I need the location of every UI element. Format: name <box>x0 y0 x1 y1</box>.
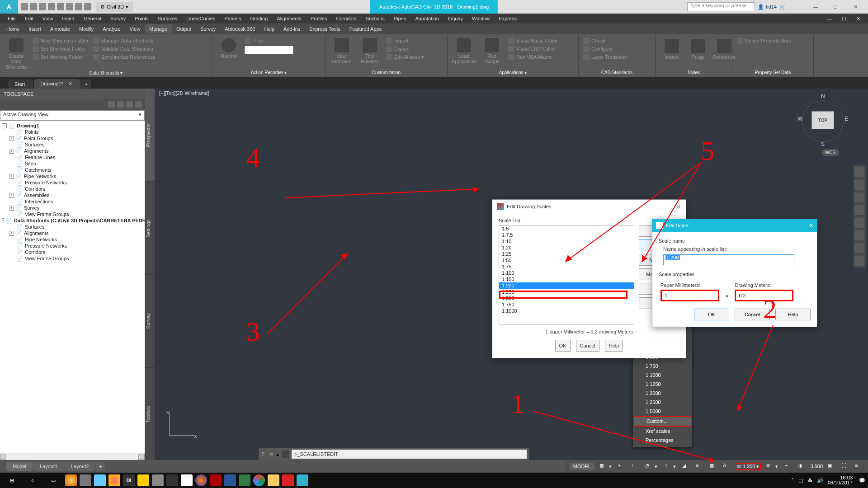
annoscale-icon[interactable]: Å <box>723 463 730 470</box>
ribbon-item[interactable]: Export <box>385 45 425 52</box>
scale-option[interactable]: 1:750 <box>633 361 692 371</box>
app-icon[interactable] <box>94 474 106 486</box>
qat-icon[interactable] <box>39 3 46 10</box>
nav-icon[interactable] <box>854 230 864 240</box>
qat-icon[interactable] <box>48 3 55 10</box>
taskview-button[interactable]: ▭ <box>44 474 62 487</box>
hardware-icon[interactable]: ▣ <box>828 463 835 470</box>
nav-icon[interactable] <box>854 180 864 190</box>
menu-express[interactable]: Express <box>495 15 521 22</box>
ok-button[interactable]: OK <box>694 309 729 320</box>
osnap-icon[interactable]: □ <box>664 463 671 470</box>
layout-tab-layout1[interactable]: Layout1 <box>33 462 64 471</box>
annotation-scale[interactable]: ⚖ 1:200 ▾ <box>735 463 761 470</box>
scale-list-item[interactable]: 1:20 <box>499 244 634 251</box>
toolspace-tab-survey[interactable]: Survey <box>145 274 155 367</box>
paper-units-input[interactable] <box>660 290 719 301</box>
ribbon-tab-view[interactable]: View <box>125 24 145 33</box>
exchange-icon[interactable]: 🛒 <box>779 4 786 10</box>
toolspace-tab-toolbox[interactable]: Toolbox <box>145 367 155 460</box>
ribbon-item[interactable]: Manage Data Shortcuts <box>92 37 156 44</box>
tree-node[interactable]: +📄Pipe Networks <box>1 173 144 179</box>
scale-list-item[interactable]: 1:200 <box>499 282 634 289</box>
close-tab-icon[interactable]: ✕ <box>68 81 72 86</box>
tree-node[interactable]: 📄Sites <box>1 160 144 167</box>
ribbon-tab-modify[interactable]: Modify <box>75 24 98 33</box>
menu-file[interactable]: File <box>4 15 20 22</box>
autocad-icon[interactable] <box>297 474 308 486</box>
ribbon-item[interactable]: Visual LISP Editor <box>507 45 559 52</box>
ribbon-tab-insert[interactable]: Insert <box>24 24 46 33</box>
tree-node[interactable]: 📄Surfaces <box>1 224 144 230</box>
signin-user[interactable]: 👤 fid14 <box>758 4 777 10</box>
scale-list-item[interactable]: 1:7.5 <box>499 232 634 238</box>
menu-inquiry[interactable]: Inquiry <box>444 15 467 22</box>
chrome-icon[interactable] <box>253 474 265 486</box>
menu-grading[interactable]: Grading <box>246 15 272 22</box>
command-line[interactable]: ⠿ ✕ ▴ <box>259 448 529 460</box>
minimize-button[interactable]: — <box>807 1 825 13</box>
app-icon[interactable] <box>166 474 178 486</box>
scale-listbox[interactable]: 1:51:7.51:101:201:251:501:751:1001:1501:… <box>499 225 634 324</box>
qat-icon[interactable] <box>57 3 64 10</box>
app-icon[interactable] <box>210 474 222 486</box>
close-button[interactable]: ✕ <box>846 1 864 13</box>
tree-node[interactable]: 📄View Frame Groups <box>1 255 144 262</box>
qat-icon[interactable] <box>75 3 82 10</box>
action-name-input[interactable] <box>244 45 294 54</box>
menu-survey[interactable]: Survey <box>106 15 130 22</box>
menu-alignments[interactable]: Alignments <box>273 15 305 22</box>
otrack-icon[interactable]: ◢ <box>682 463 689 470</box>
scale-list-item[interactable]: 1:150 <box>499 276 634 282</box>
ribbon-tab-survey[interactable]: Survey <box>196 24 220 33</box>
scale-list-item[interactable]: 1:50 <box>499 257 634 263</box>
run-script-button[interactable]: Run Script <box>479 36 505 64</box>
tree-node[interactable]: 📄Corridors <box>1 186 144 192</box>
toolspace-tab-prospector[interactable]: Prospector <box>145 89 155 182</box>
model-space-button[interactable]: MODEL <box>570 463 594 470</box>
viewcube[interactable]: NSWE TOP <box>800 93 845 147</box>
app-icon[interactable] <box>137 474 149 486</box>
notifications-icon[interactable]: 💬 <box>859 478 865 483</box>
clock[interactable]: 16:0308/10/2017 <box>828 475 854 485</box>
tree-node[interactable]: 📄Catchments <box>1 167 144 173</box>
add-layout-button[interactable]: + <box>96 462 105 471</box>
help-button[interactable]: Help <box>605 340 623 352</box>
ribbon-item[interactable]: Synchronize References <box>92 53 156 61</box>
ribbon-tab-express-tools[interactable]: Express Tools <box>305 24 344 33</box>
tray-network-icon[interactable]: 🖧 <box>807 478 812 483</box>
tab-drawing1[interactable]: Drawing1* ✕ <box>34 79 80 89</box>
tree-node[interactable]: 📄Intersections <box>1 198 144 205</box>
qat-icon[interactable] <box>84 3 91 10</box>
ribbon-item[interactable]: Configure <box>582 45 628 52</box>
nav-icon[interactable] <box>854 243 864 253</box>
tree-node[interactable]: +📄Alignments <box>1 230 144 236</box>
cmdline-close-icon[interactable]: ✕ <box>269 451 274 457</box>
dialog-close-button[interactable]: ✕ <box>676 203 681 210</box>
scale-list-item[interactable]: 1:750 <box>499 301 634 308</box>
menu-window[interactable]: Window <box>468 15 494 22</box>
quick-access-toolbar[interactable] <box>18 3 94 10</box>
tray-volume-icon[interactable]: 🔊 <box>817 478 823 483</box>
tree-node[interactable]: 📄View Frame Groups <box>1 211 144 217</box>
plus-icon[interactable]: + <box>784 463 792 470</box>
menu-annotation[interactable]: Annotation <box>411 15 443 22</box>
word-icon[interactable] <box>224 474 236 486</box>
tree-node[interactable]: 📄Pressure Networks <box>1 179 144 186</box>
app-icon[interactable] <box>181 474 193 486</box>
autocad-icon[interactable] <box>282 474 294 486</box>
scale-option[interactable]: 1:1000 <box>633 371 692 380</box>
maximize-button[interactable]: ☐ <box>826 1 844 13</box>
menu-profiles[interactable]: Profiles <box>307 15 331 22</box>
scale-option[interactable]: 1:1250 <box>633 380 692 389</box>
ribbon-tab-autodesk-360[interactable]: Autodesk 360 <box>220 24 259 33</box>
start-button[interactable]: ⊞ <box>3 474 21 487</box>
menu-sections[interactable]: Sections <box>362 15 389 22</box>
scale-option[interactable]: 1:5000 <box>633 407 692 416</box>
prospector-tree[interactable]: -📄Drawing1📄Points+📄Point Groups📄Surfaces… <box>0 120 145 453</box>
tree-node[interactable]: +📄Point Groups <box>1 135 144 141</box>
scale-menu-xref-scales[interactable]: Xref scales <box>633 427 692 436</box>
app-icon[interactable] <box>152 474 164 486</box>
menu-pipes[interactable]: Pipes <box>390 15 410 22</box>
nav-icon[interactable] <box>854 192 864 202</box>
